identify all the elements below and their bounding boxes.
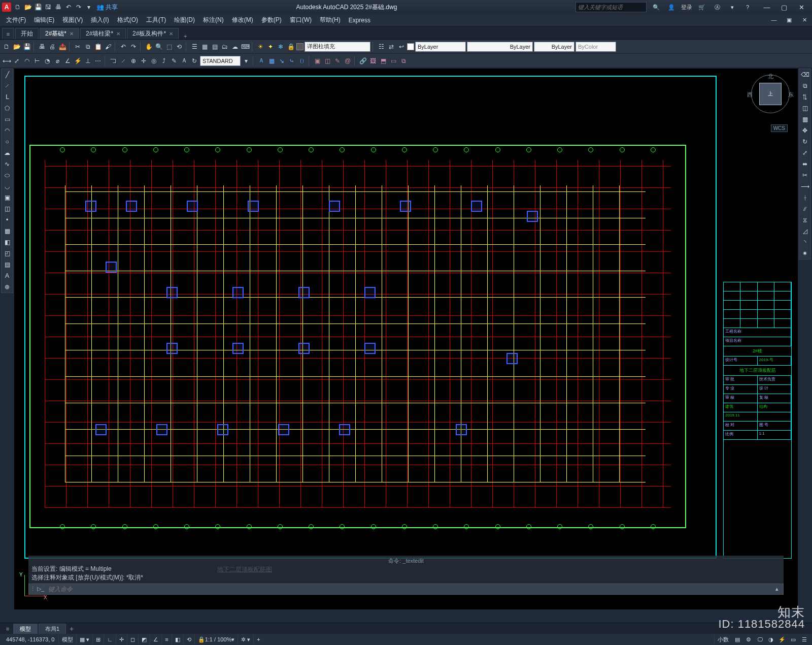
- polyline-icon[interactable]: ᒪ: [2, 91, 13, 103]
- qat-dropdown-icon[interactable]: ▾: [84, 3, 93, 12]
- infocenter-dropdown-icon[interactable]: ▾: [727, 4, 738, 11]
- status-units[interactable]: 小数: [714, 634, 732, 644]
- login-label[interactable]: 登录: [681, 4, 692, 11]
- filetab-close-icon[interactable]: ✕: [116, 31, 120, 37]
- ext-reference-icon[interactable]: ⧉: [399, 56, 408, 66]
- paste-icon[interactable]: 📋: [93, 42, 103, 51]
- status-coords[interactable]: 445748, -116373, 0: [2, 636, 58, 642]
- menu-insert[interactable]: 插入(I): [87, 14, 113, 26]
- hatch-icon[interactable]: ▦: [2, 225, 13, 237]
- viewcube-east[interactable]: 东: [788, 91, 794, 99]
- menu-tools[interactable]: 工具(T): [142, 14, 170, 26]
- mirror-icon[interactable]: ⮁: [799, 91, 810, 103]
- status-otrack-icon[interactable]: ∠: [150, 634, 161, 644]
- zoom-realtime-icon[interactable]: 🔍: [154, 42, 163, 51]
- menu-edit[interactable]: 编辑(E): [30, 14, 58, 26]
- filetab-menu-icon[interactable]: ≡: [2, 28, 14, 39]
- sheetset-icon[interactable]: 🗂: [220, 42, 229, 51]
- extend-icon[interactable]: ⟶: [799, 181, 810, 192]
- filetab-3[interactable]: 2#板及构件*✕: [127, 28, 179, 39]
- hatch-layer-select[interactable]: [304, 42, 370, 52]
- polygon-icon[interactable]: ⬠: [2, 103, 13, 114]
- undo-icon[interactable]: ↶: [64, 3, 73, 12]
- status-polar-icon[interactable]: ✛: [116, 634, 127, 644]
- view-cube[interactable]: 上 北 西 东: [750, 74, 791, 114]
- viewcube-face[interactable]: 上: [759, 83, 782, 105]
- layouttab-menu-icon[interactable]: ≡: [2, 626, 13, 632]
- redo-icon[interactable]: ↷: [129, 42, 138, 51]
- lineweight-select[interactable]: [534, 42, 574, 52]
- copy-icon[interactable]: ⧉: [799, 80, 810, 91]
- stretch-icon[interactable]: ⬌: [799, 158, 810, 170]
- status-cleanscreen-icon[interactable]: ▭: [788, 636, 799, 643]
- revcloud-icon[interactable]: ☁: [2, 147, 13, 158]
- plot-icon[interactable]: 🖶: [54, 3, 63, 12]
- dim-jogged-icon[interactable]: ⤴: [159, 56, 168, 66]
- help-icon[interactable]: ?: [742, 4, 753, 10]
- insert-block-icon[interactable]: ▣: [2, 192, 13, 203]
- cart-icon[interactable]: 🛒: [696, 4, 707, 11]
- save-icon[interactable]: 💾: [22, 42, 31, 51]
- gradient-icon[interactable]: ◧: [2, 237, 13, 248]
- drawing-area[interactable]: 地下二层顶板配筋图 工程名称 项目名称 2#楼 设计号2019-号 地下二层顶板…: [14, 69, 798, 609]
- fillet-icon[interactable]: ◝: [799, 237, 810, 248]
- viewcube-north[interactable]: 北: [768, 73, 773, 80]
- command-line[interactable]: ⋮ ▷_ ▴: [28, 584, 784, 595]
- dim-quick-icon[interactable]: ⚡: [73, 56, 82, 66]
- wcs-indicator[interactable]: WCS: [771, 124, 788, 132]
- viewcube-west[interactable]: 西: [747, 91, 753, 99]
- menu-modify[interactable]: 修改(M): [228, 14, 257, 26]
- plotstyle-select[interactable]: [576, 42, 616, 52]
- mtext-icon[interactable]: Ａ: [257, 56, 266, 66]
- undo-icon[interactable]: ↶: [119, 42, 128, 51]
- dim-continue-icon[interactable]: ⋯: [93, 56, 103, 66]
- user-icon[interactable]: 👤: [666, 4, 677, 11]
- status-gear-icon[interactable]: ✲ ▾: [238, 634, 253, 644]
- plot-icon[interactable]: 🖶: [38, 42, 47, 51]
- status-monitor-icon[interactable]: 🖵: [754, 636, 765, 642]
- table-icon[interactable]: ▤: [2, 259, 13, 270]
- trim-icon[interactable]: ✂: [799, 170, 810, 181]
- region-icon[interactable]: ◰: [2, 248, 13, 259]
- doc-restore-button[interactable]: ▣: [782, 17, 797, 23]
- filetab-add-button[interactable]: +: [180, 33, 191, 39]
- share-button[interactable]: 👥 共享: [96, 3, 118, 12]
- filetab-start[interactable]: 开始: [15, 28, 39, 39]
- dim-baseline-icon[interactable]: ⊥: [83, 56, 92, 66]
- dim-break-icon[interactable]: ⟋: [119, 56, 128, 66]
- menu-draw[interactable]: 绘图(D): [170, 14, 199, 26]
- plot-preview-icon[interactable]: 🖨: [48, 42, 57, 51]
- autodesk-app-icon[interactable]: Ⓐ: [712, 4, 723, 11]
- status-isolate-icon[interactable]: ◑: [765, 636, 776, 643]
- help-search-input[interactable]: [576, 2, 647, 12]
- color-combo[interactable]: [407, 42, 466, 52]
- layer-match-icon[interactable]: ⇄: [387, 42, 396, 51]
- pan-icon[interactable]: ✋: [144, 42, 153, 51]
- open-icon[interactable]: 📂: [23, 3, 32, 12]
- array-icon[interactable]: ▦: [799, 114, 810, 125]
- layer-lock-icon[interactable]: 🔒: [286, 42, 295, 51]
- doc-close-button[interactable]: ✕: [797, 17, 812, 23]
- saveas-icon[interactable]: 🖫: [44, 3, 53, 12]
- leader-icon[interactable]: ↘: [277, 56, 286, 66]
- color-select[interactable]: [415, 42, 466, 52]
- dimstyle-control-icon[interactable]: ▾: [242, 56, 251, 66]
- point-icon[interactable]: •: [2, 214, 13, 225]
- quickcalc-icon[interactable]: ⌨: [241, 42, 250, 51]
- status-3dosnap-icon[interactable]: ◩: [138, 634, 150, 644]
- status-workspace-icon[interactable]: ⚙: [743, 636, 754, 643]
- doc-minimize-button[interactable]: —: [766, 17, 782, 23]
- new-icon[interactable]: 🗋: [13, 3, 22, 12]
- table-icon[interactable]: ▦: [267, 56, 276, 66]
- filetab-2[interactable]: 2#墙柱梁*✕: [80, 28, 126, 39]
- mleader-icon[interactable]: ⤷: [287, 56, 296, 66]
- status-customize-icon[interactable]: ☰: [799, 636, 810, 643]
- tolerance-icon[interactable]: ⊕: [129, 56, 138, 66]
- command-input[interactable]: [45, 586, 771, 593]
- dim-angular-icon[interactable]: ∠: [63, 56, 72, 66]
- join-icon[interactable]: ⧖: [799, 214, 810, 225]
- rectangle-icon[interactable]: ▭: [2, 114, 13, 125]
- new-icon[interactable]: 🗋: [2, 42, 11, 51]
- cmdline-recent-icon[interactable]: ▴: [771, 586, 783, 592]
- zoom-previous-icon[interactable]: ⟲: [175, 42, 184, 51]
